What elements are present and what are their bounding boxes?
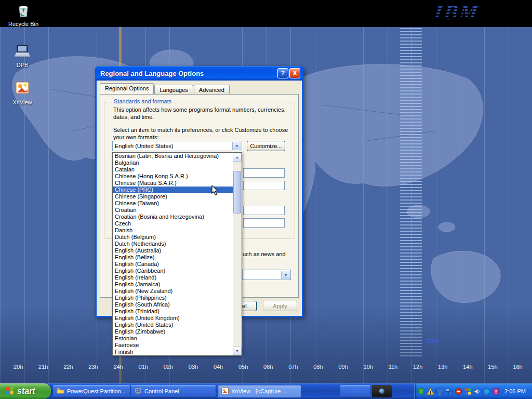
list-item[interactable]: Croatian (Bosnia and Herzegovina) (113, 214, 233, 220)
format-combobox[interactable]: English (United States) ▼ (112, 141, 242, 151)
icon-label: DPB (5, 62, 39, 68)
hour-label: 16h (513, 364, 522, 370)
warning-icon[interactable] (427, 388, 434, 395)
desktop-icon-xnview[interactable]: XnView (5, 81, 39, 105)
chevron-down-icon[interactable]: ▼ (232, 142, 241, 150)
icon-label: Recycle Bin (6, 21, 41, 27)
grid-app-icon[interactable] (464, 388, 472, 395)
list-item[interactable]: English (Belize) (113, 254, 233, 261)
list-item[interactable]: Bosnian (Latin, Bosnia and Herzegovina) (113, 153, 233, 159)
customize-button[interactable]: Customize... (247, 141, 285, 151)
list-item[interactable]: English (South Africa) (113, 301, 233, 308)
list-item[interactable]: Danish (113, 227, 233, 234)
messenger-icon[interactable] (483, 388, 490, 395)
list-item[interactable]: English (Zimbabwe) (113, 328, 233, 335)
help-button[interactable]: ? (277, 68, 288, 78)
list-item[interactable]: English (Trinidad) (113, 308, 233, 315)
network-icon[interactable] (445, 388, 453, 395)
scroll-down-button[interactable]: ▼ (233, 347, 242, 355)
taskbar-button-powerquest[interactable]: PowerQuest Partition... (53, 385, 130, 397)
taskbar-button-xnview[interactable]: XnView - [<Capture-... (218, 385, 301, 397)
hour-label: 01h (139, 364, 148, 370)
list-item[interactable]: Croatian (113, 207, 233, 214)
dialog-title: Regional and Language Options (95, 70, 204, 77)
standards-instruction: Select an item to match its preferences,… (113, 126, 294, 141)
list-item[interactable]: English (United States) (113, 322, 233, 328)
dialog-titlebar[interactable]: Regional and Language Options ? X (95, 66, 303, 81)
location-text-fragment: uch as news and (243, 251, 286, 257)
windows-flag-icon (5, 385, 15, 397)
hour-label: 14h (463, 364, 472, 370)
taskbar-dark-panel[interactable] (372, 385, 392, 397)
list-item[interactable]: English (Ireland) (113, 274, 233, 281)
alert-icon[interactable] (492, 388, 500, 395)
tab-strip: Regional Options Languages Advanced (100, 83, 230, 94)
hour-labels-row: 20h21h22h23h24h01h02h03h04h05h06h07h08h0… (0, 364, 532, 370)
hour-label: 11h (389, 364, 398, 370)
list-item[interactable]: Dutch (Netherlands) (113, 241, 233, 247)
close-button[interactable]: X (289, 68, 300, 78)
sample-field (243, 181, 285, 190)
dropdown-scrollbar[interactable]: ▲ ▼ (233, 153, 242, 355)
tab-regional-options[interactable]: Regional Options (100, 83, 154, 94)
list-item[interactable]: English (Jamaica) (113, 281, 233, 288)
scrollbar-thumb[interactable] (233, 171, 241, 214)
system-tray: 2:05 PM (415, 383, 532, 399)
list-item[interactable]: English (United Kingdom) (113, 315, 233, 322)
list-item[interactable]: English (Canada) (113, 261, 233, 268)
hour-label: 09h (338, 364, 348, 370)
list-item[interactable]: Czech (113, 220, 233, 227)
display-icon[interactable] (436, 388, 444, 395)
hour-label: 20h (14, 364, 23, 370)
list-item[interactable]: English (New Zealand) (113, 288, 233, 295)
start-label: start (17, 387, 35, 396)
chevron-down-icon[interactable]: ▼ (281, 271, 290, 279)
start-button[interactable]: start (0, 383, 51, 399)
control-panel-icon (135, 388, 142, 395)
standards-group-title: Standards and formats (112, 98, 173, 104)
taskbar-button-control-panel[interactable]: Control Panel (131, 385, 216, 397)
tray-clock[interactable]: 2:05 PM (504, 388, 528, 394)
taskbar-button-label: XnView - [<Capture-... (231, 388, 287, 394)
tab-languages[interactable]: Languages (154, 85, 193, 94)
sample-field (243, 218, 285, 228)
hour-label: 23h (88, 364, 98, 370)
laptop-icon (13, 44, 32, 61)
sample-field (243, 206, 285, 215)
hour-label: 22h (63, 364, 73, 370)
shield-icon[interactable] (417, 388, 425, 395)
taskbar: start PowerQuest Partition... (0, 383, 532, 399)
xnview-taskbar-icon (221, 388, 229, 395)
standards-description: This option affects how some programs fo… (113, 106, 287, 121)
list-item[interactable]: Catalan (113, 166, 233, 173)
taskbar-button-label: Control Panel (144, 388, 179, 394)
tab-advanced[interactable]: Advanced (194, 85, 230, 94)
taskbar-button-label: PowerQuest Partition... (67, 388, 126, 394)
list-item[interactable]: Bulgarian (113, 159, 233, 166)
status-badge-icon[interactable] (455, 388, 462, 395)
list-item[interactable]: Faeroese (113, 342, 233, 349)
list-item[interactable]: Chinese (Hong Kong S.A.R.) (113, 173, 233, 180)
hour-label: 05h (238, 364, 248, 370)
list-item[interactable]: English (Philippines) (113, 295, 233, 301)
hour-label: 15h (488, 364, 497, 370)
mouse-cursor (211, 185, 219, 198)
list-item[interactable]: Estonian (113, 335, 233, 342)
desktop-icon-recycle-bin[interactable]: Recycle Bin (6, 3, 41, 27)
list-item[interactable]: Chinese (Taiwan) (113, 200, 233, 207)
taskbar-button-untitled[interactable]: ---- (340, 385, 370, 397)
list-item[interactable]: Finnish (113, 349, 233, 355)
list-item[interactable]: English (Australia) (113, 247, 233, 254)
desktop-icon-dpb[interactable]: DPB (5, 44, 39, 68)
format-combobox-value: English (United States) (115, 143, 174, 149)
volume-icon[interactable] (473, 388, 481, 395)
scroll-up-button[interactable]: ▲ (233, 153, 242, 162)
location-combobox[interactable]: ▼ (242, 270, 291, 280)
dark-panel-icon (379, 389, 384, 394)
list-item[interactable]: English (Caribbean) (113, 268, 233, 274)
desktop: GMT 20h21h22h23h24h01h02h03h04h05h06h07h… (0, 0, 532, 399)
gmt-label: GMT (426, 338, 438, 344)
list-item[interactable]: Dutch (Belgium) (113, 234, 233, 241)
hour-label: 02h (164, 364, 173, 370)
ibm-logo: IBM (433, 0, 481, 24)
